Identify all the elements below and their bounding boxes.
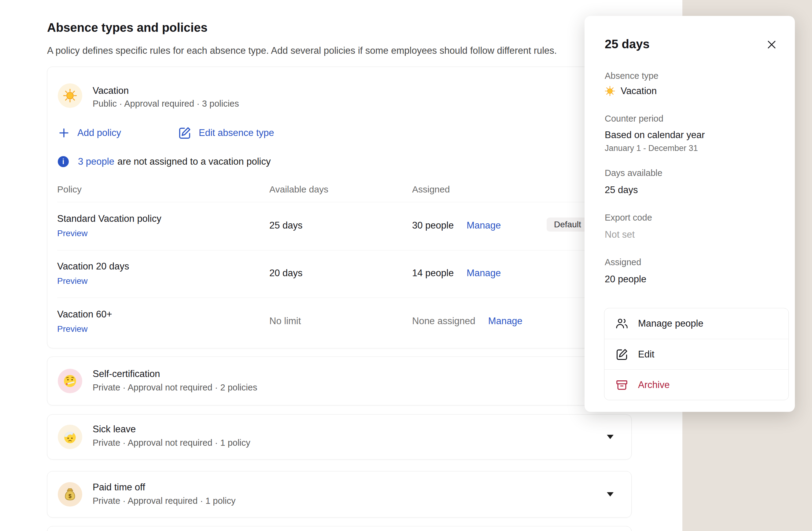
absence-type-card-partial[interactable] bbox=[47, 526, 632, 531]
unassigned-notice-text: are not assigned to a vacation policy bbox=[117, 156, 271, 167]
policy-name: Vacation 60+ bbox=[57, 309, 112, 320]
policy-name: Vacation 20 days bbox=[57, 261, 129, 272]
assigned-label: Assigned bbox=[605, 257, 641, 267]
absence-type-subtitle: Private · Approval required · 1 policy bbox=[93, 496, 235, 506]
policy-row[interactable]: Vacation 20 days Preview 20 days 14 peop… bbox=[57, 250, 631, 298]
absence-type-label: Absence type bbox=[605, 71, 658, 81]
days-available-value: 25 days bbox=[605, 185, 638, 195]
money-bag-icon: $ bbox=[58, 482, 82, 506]
available-days-value: 20 days bbox=[269, 268, 303, 279]
available-days-value: No limit bbox=[269, 315, 301, 327]
export-code-value: Not set bbox=[605, 229, 635, 240]
manage-link[interactable]: Manage bbox=[466, 268, 501, 279]
preview-link[interactable]: Preview bbox=[57, 324, 88, 334]
plus-icon bbox=[58, 128, 69, 138]
people-icon bbox=[615, 317, 628, 330]
assigned-count: 14 people bbox=[412, 268, 454, 279]
face-with-head-bandage-icon bbox=[58, 425, 82, 449]
info-icon: i bbox=[58, 156, 69, 167]
policy-name: Standard Vacation policy bbox=[57, 213, 161, 224]
close-icon[interactable] bbox=[765, 38, 778, 51]
policy-row[interactable]: Standard Vacation policy Preview 25 days… bbox=[57, 202, 631, 251]
absence-settings-page: Absence types and policies A policy defi… bbox=[0, 0, 812, 531]
policy-row[interactable]: Vacation 60+ Preview No limit None assig… bbox=[57, 298, 631, 348]
manage-link[interactable]: Manage bbox=[488, 315, 522, 327]
vacation-absence-type-card: Vacation Public · Approval required · 3 … bbox=[47, 67, 632, 348]
absence-type-subtitle: Private · Approval not required · 1 poli… bbox=[93, 438, 250, 448]
manage-link[interactable]: Manage bbox=[466, 220, 501, 231]
sun-emoji-icon bbox=[605, 86, 615, 96]
absence-type-title: Vacation bbox=[93, 85, 129, 96]
days-available-label: Days available bbox=[605, 168, 663, 178]
chevron-down-icon[interactable] bbox=[607, 492, 613, 497]
policy-detail-panel: 25 days Absence type Vacation Counter pe bbox=[584, 16, 795, 412]
sick-leave-card[interactable]: Sick leave Private · Approval not requir… bbox=[47, 414, 632, 459]
available-days-value: 25 days bbox=[269, 220, 303, 231]
chevron-down-icon[interactable] bbox=[607, 435, 613, 439]
unassigned-notice: i 3 people are not assigned to a vacatio… bbox=[58, 155, 271, 168]
unassigned-people-link[interactable]: 3 people bbox=[78, 156, 114, 167]
column-header-assigned: Assigned bbox=[412, 184, 450, 195]
edit-label: Edit bbox=[638, 349, 654, 360]
absence-type-title: Sick leave bbox=[93, 424, 136, 435]
archive-menu-item[interactable]: Archive bbox=[605, 369, 788, 400]
assigned-value: 20 people bbox=[605, 274, 646, 285]
counter-period-range: January 1 - December 31 bbox=[605, 144, 698, 153]
preview-link[interactable]: Preview bbox=[57, 228, 88, 238]
absence-type-title: Self-certification bbox=[93, 368, 160, 380]
column-header-policy: Policy bbox=[57, 184, 82, 195]
assigned-count: 30 people bbox=[412, 220, 454, 231]
absence-type-value-row: Vacation bbox=[605, 86, 657, 97]
edit-absence-type-button[interactable]: Edit absence type bbox=[178, 126, 274, 139]
edit-absence-type-label: Edit absence type bbox=[199, 128, 274, 138]
panel-title: 25 days bbox=[605, 37, 650, 51]
face-with-thermometer-icon bbox=[58, 369, 82, 393]
counter-period-value: Based on calendar year bbox=[605, 130, 705, 141]
paid-time-off-card[interactable]: $ Paid time off Private · Approval requi… bbox=[47, 471, 632, 518]
manage-people-menu-item[interactable]: Manage people bbox=[605, 308, 788, 339]
absence-type-subtitle: Private · Approval not required · 2 poli… bbox=[93, 383, 257, 393]
archive-icon bbox=[615, 379, 628, 392]
add-policy-button[interactable]: Add policy bbox=[58, 128, 121, 138]
archive-label: Archive bbox=[638, 380, 669, 390]
edit-icon bbox=[615, 348, 628, 361]
svg-text:$: $ bbox=[69, 493, 72, 499]
add-policy-label: Add policy bbox=[77, 128, 121, 138]
preview-link[interactable]: Preview bbox=[57, 276, 88, 286]
vacation-card-actions: Add policy Edit absence type bbox=[58, 125, 274, 141]
panel-action-menu: Manage people Edit bbox=[604, 308, 789, 400]
default-badge: Default bbox=[547, 218, 589, 232]
absence-type-title: Paid time off bbox=[93, 482, 145, 493]
edit-menu-item[interactable]: Edit bbox=[605, 339, 788, 369]
assigned-count: None assigned bbox=[412, 315, 475, 327]
absence-type-subtitle: Public · Approval required · 3 policies bbox=[93, 99, 239, 109]
column-header-available-days: Available days bbox=[269, 184, 328, 195]
export-code-label: Export code bbox=[605, 213, 652, 223]
counter-period-label: Counter period bbox=[605, 114, 664, 124]
manage-people-label: Manage people bbox=[638, 318, 704, 329]
absence-type-value: Vacation bbox=[621, 86, 657, 97]
sun-emoji-icon bbox=[58, 84, 82, 108]
page-title: Absence types and policies bbox=[47, 21, 207, 34]
edit-square-icon bbox=[178, 126, 191, 139]
self-certification-card[interactable]: Self-certification Private · Approval no… bbox=[47, 356, 632, 405]
